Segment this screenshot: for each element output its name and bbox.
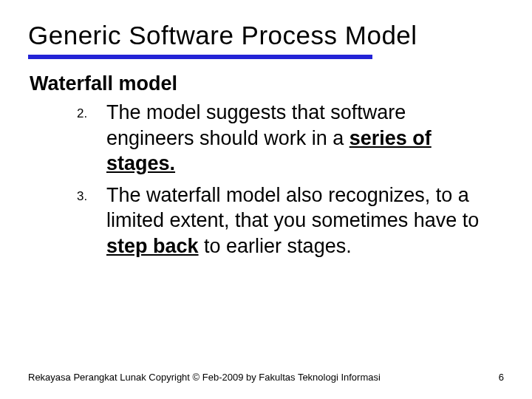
list-item: 2. The model suggests that software engi… xyxy=(77,100,504,177)
copyright-text: Rekayasa Perangkat Lunak Copyright © Feb… xyxy=(28,372,381,383)
list-body: The waterfall model also recognizes, to … xyxy=(106,183,504,259)
subtitle: Waterfall model xyxy=(30,72,504,95)
page-number: 6 xyxy=(499,372,504,383)
text-post: to earlier stages. xyxy=(199,235,352,257)
footer: Rekayasa Perangkat Lunak Copyright © Feb… xyxy=(28,372,504,383)
page-title: Generic Software Process Model xyxy=(28,21,504,50)
numbered-list: 2. The model suggests that software engi… xyxy=(77,100,504,259)
list-body: The model suggests that software enginee… xyxy=(106,100,504,177)
list-item: 3. The waterfall model also recognizes, … xyxy=(77,183,504,259)
emphasis: step back xyxy=(106,235,199,257)
text-pre: The waterfall model also recognizes, to … xyxy=(106,184,479,232)
list-number: 2. xyxy=(77,100,106,121)
slide: Generic Software Process Model Waterfall… xyxy=(0,0,532,399)
title-underline xyxy=(28,55,372,59)
list-number: 3. xyxy=(77,183,106,204)
